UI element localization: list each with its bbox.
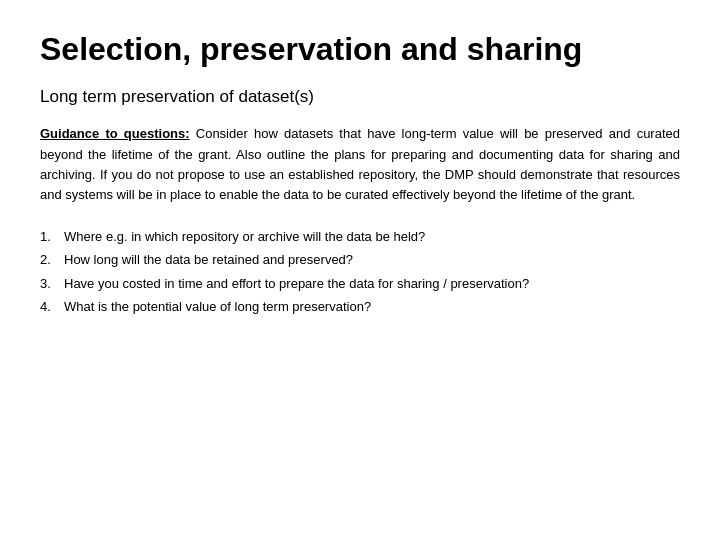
guidance-paragraph: Guidance to questions: Consider how data… [40,124,680,205]
list-item-text: Where e.g. in which repository or archiv… [64,225,425,248]
list-item: 2.How long will the data be retained and… [40,248,680,271]
list-item-text: What is the potential value of long term… [64,295,371,318]
list-item-number: 1. [40,225,58,248]
list-item-number: 2. [40,248,58,271]
list-item: 3.Have you costed in time and effort to … [40,272,680,295]
numbered-list: 1.Where e.g. in which repository or arch… [40,225,680,319]
list-item-number: 4. [40,295,58,318]
page-title: Selection, preservation and sharing [40,30,680,68]
list-item-text: Have you costed in time and effort to pr… [64,272,529,295]
section-title: Long term preservation of dataset(s) [40,86,680,108]
page-container: Selection, preservation and sharing Long… [0,0,720,540]
list-item: 4.What is the potential value of long te… [40,295,680,318]
guidance-label: Guidance to questions: [40,126,190,141]
list-item: 1.Where e.g. in which repository or arch… [40,225,680,248]
list-item-number: 3. [40,272,58,295]
list-item-text: How long will the data be retained and p… [64,248,353,271]
